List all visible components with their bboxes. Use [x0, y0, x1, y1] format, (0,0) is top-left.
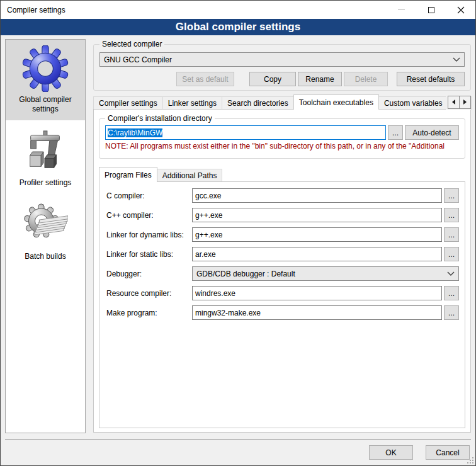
program-files-panel: C compiler: ... C++ compiler: ... Linker…: [99, 181, 465, 428]
reset-defaults-button[interactable]: Reset defaults: [397, 72, 465, 86]
form-row-linker-static: Linker for static libs: ...: [105, 247, 459, 261]
linker-dynamic-input[interactable]: [192, 227, 442, 242]
page-title: Global compiler settings: [1, 19, 475, 35]
install-dir-group-title: Compiler's installation directory: [105, 114, 215, 123]
tab-toolchain-executables[interactable]: Toolchain executables: [293, 94, 379, 110]
compiler-settings-window: Compiler settings Global compiler settin…: [0, 0, 476, 466]
install-dir-group: Compiler's installation directory C:\ray…: [99, 118, 465, 159]
ok-button[interactable]: OK: [369, 445, 413, 460]
tab-scroll-right-button[interactable]: [459, 96, 471, 109]
compiler-select-value: GNU GCC Compiler: [104, 55, 453, 64]
cpp-compiler-browse-button[interactable]: ...: [444, 208, 459, 222]
linker-dynamic-browse-button[interactable]: ...: [444, 227, 459, 242]
maximize-icon: [428, 7, 434, 13]
make-program-input[interactable]: [192, 305, 442, 320]
resource-compiler-browse-button[interactable]: ...: [444, 286, 459, 300]
form-row-debugger: Debugger: GDB/CDB debugger : Default: [105, 266, 459, 281]
field-label: Linker for static libs:: [105, 250, 192, 259]
cancel-button[interactable]: Cancel: [426, 445, 470, 460]
c-compiler-browse-button[interactable]: ...: [444, 188, 459, 203]
tab-scroll-arrows: [446, 94, 471, 110]
debugger-select-value: GDB/CDB debugger : Default: [196, 270, 447, 278]
install-dir-note: NOTE: All programs must exist either in …: [105, 142, 459, 151]
chevron-down-icon: [453, 57, 460, 62]
linker-static-browse-button[interactable]: ...: [444, 247, 459, 261]
tab-program-files[interactable]: Program Files: [99, 167, 157, 182]
tab-search-directories[interactable]: Search directories: [222, 96, 294, 110]
field-label: C compiler:: [105, 191, 192, 200]
selected-compiler-group-title: Selected compiler: [99, 40, 164, 48]
dialog-footer: OK Cancel: [5, 439, 471, 465]
debugger-select[interactable]: GDB/CDB debugger : Default: [192, 266, 459, 281]
field-label: C++ compiler:: [105, 211, 192, 220]
sidebar-item-global-compiler-settings[interactable]: Global compiler settings: [6, 40, 85, 120]
rename-button[interactable]: Rename: [298, 72, 342, 86]
compiler-select[interactable]: GNU GCC Compiler: [99, 52, 465, 67]
field-label: Linker for dynamic libs:: [105, 230, 192, 239]
toolchain-executables-panel: Compiler's installation directory C:\ray…: [93, 109, 471, 433]
tab-custom-variables[interactable]: Custom variables: [378, 96, 448, 110]
tab-compiler-settings[interactable]: Compiler settings: [93, 96, 163, 110]
gear-blue-icon: [22, 45, 69, 92]
sidebar-item-label: Global compiler settings: [8, 95, 82, 114]
window-controls: [387, 1, 475, 19]
caliper-icon: [23, 130, 67, 174]
arrow-right-icon: [463, 99, 467, 105]
gear-stack-icon: [23, 203, 68, 248]
form-row-cpp-compiler: C++ compiler: ...: [105, 208, 459, 222]
form-row-c-compiler: C compiler: ...: [105, 188, 459, 203]
auto-detect-button[interactable]: Auto-detect: [405, 125, 459, 140]
arrow-left-icon: [452, 99, 455, 105]
chevron-down-icon: [447, 271, 455, 276]
resize-grip[interactable]: [467, 457, 473, 463]
form-row-linker-dynamic: Linker for dynamic libs: ...: [105, 227, 459, 242]
field-label: Resource compiler:: [105, 289, 192, 298]
tab-additional-paths[interactable]: Additional Paths: [157, 169, 223, 182]
sidebar-item-batch-builds[interactable]: Batch builds: [6, 196, 85, 268]
form-row-resource-compiler: Resource compiler: ...: [105, 286, 459, 300]
settings-tab-strip: Compiler settings Linker settings Search…: [93, 94, 471, 110]
sidebar-item-label: Profiler settings: [8, 178, 82, 188]
close-icon: [457, 6, 465, 14]
field-label: Make program:: [105, 309, 192, 317]
set-as-default-button: Set as default: [176, 72, 234, 86]
main-content: Selected compiler GNU GCC Compiler Set a…: [93, 35, 471, 439]
install-dir-value: C:\raylib\MinGW: [108, 128, 162, 137]
field-label: Debugger:: [105, 270, 192, 278]
make-program-browse-button[interactable]: ...: [444, 305, 459, 320]
install-dir-input[interactable]: C:\raylib\MinGW: [105, 125, 386, 140]
delete-button: Delete: [344, 72, 388, 86]
tab-linker-settings[interactable]: Linker settings: [162, 96, 222, 110]
maximize-button[interactable]: [416, 1, 446, 19]
install-dir-browse-button[interactable]: ...: [388, 125, 403, 140]
c-compiler-input[interactable]: [192, 188, 442, 203]
cpp-compiler-input[interactable]: [192, 208, 442, 222]
title-bar: Compiler settings: [1, 1, 475, 19]
sidebar-item-profiler-settings[interactable]: Profiler settings: [6, 123, 85, 194]
tab-scroll-left-button[interactable]: [448, 96, 460, 109]
minimize-icon: [398, 9, 405, 10]
form-row-make-program: Make program: ...: [105, 305, 459, 320]
resource-compiler-input[interactable]: [192, 286, 442, 300]
close-button[interactable]: [446, 1, 475, 19]
selected-compiler-group: Selected compiler GNU GCC Compiler Set a…: [93, 44, 471, 91]
window-title: Compiler settings: [1, 6, 387, 14]
copy-button[interactable]: Copy: [249, 72, 296, 86]
program-files-tab-strip: Program Files Additional Paths: [99, 168, 465, 182]
linker-static-input[interactable]: [192, 247, 442, 261]
sidebar-item-label: Batch builds: [8, 252, 82, 261]
settings-sidebar: Global compiler settings: [5, 39, 86, 433]
minimize-button[interactable]: [387, 1, 416, 19]
